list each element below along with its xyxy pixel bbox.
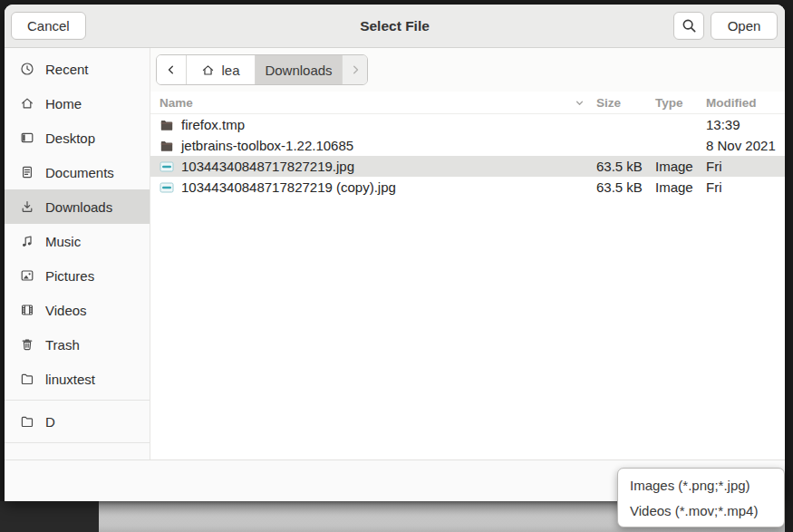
file-name: 10344340848717827219 (copy).jpg — [181, 179, 396, 195]
sidebar-item-label: Other Locations — [45, 457, 141, 460]
file-name: 10344340848717827219.jpg — [181, 159, 354, 174]
home-icon — [20, 96, 34, 111]
file-size: 63.5 kB — [596, 159, 655, 174]
filter-option-videos[interactable]: Videos (*.mov;*.mp4) — [618, 498, 784, 523]
file-row[interactable]: jetbrains-toolbox-1.22.10685 8 Nov 2021 — [150, 135, 785, 156]
file-chooser-dialog: Cancel Select File Open Recent — [5, 5, 785, 501]
sort-chevron-down-icon — [574, 97, 585, 109]
sidebar-item-label: Documents — [45, 165, 114, 180]
path-back-button[interactable] — [157, 55, 187, 84]
home-icon — [201, 63, 215, 77]
file-size: 63.5 kB — [596, 179, 655, 195]
filter-option-images[interactable]: Images (*.png;*.jpg) — [618, 472, 784, 498]
sidebar-item-music[interactable]: Music — [5, 224, 150, 258]
dialog-title: Select File — [5, 18, 785, 34]
pathbar-toolbar: lea Downloads — [150, 48, 785, 92]
sidebar-item-d-bookmark[interactable]: D — [5, 404, 150, 439]
sidebar-item-trash[interactable]: Trash — [5, 327, 150, 362]
file-row-selected[interactable]: 10344340848717827219.jpg 63.5 kB Image F… — [150, 156, 785, 177]
open-button[interactable]: Open — [711, 12, 778, 40]
chevron-right-icon — [348, 63, 363, 77]
document-icon — [20, 165, 34, 179]
chevron-left-icon — [164, 63, 179, 77]
folder-icon — [160, 118, 174, 132]
download-arrow-icon — [20, 199, 34, 214]
path-current-button[interactable]: Downloads — [256, 55, 343, 84]
sidebar-item-desktop[interactable]: Desktop — [5, 121, 150, 155]
file-row[interactable]: 10344340848717827219 (copy).jpg 63.5 kB … — [150, 177, 785, 198]
column-header-type[interactable]: Type — [655, 96, 706, 110]
background-window-dark — [0, 501, 99, 532]
file-name: jetbrains-toolbox-1.22.10685 — [181, 138, 353, 153]
folder-icon — [160, 139, 174, 153]
file-filter-popup: Images (*.png;*.jpg) Videos (*.mov;*.mp4… — [617, 468, 785, 527]
dialog-body: Recent Home Desktop — [5, 48, 785, 459]
file-type: Image — [655, 179, 706, 195]
sidebar-item-downloads[interactable]: Downloads — [5, 189, 150, 224]
path-forward-button[interactable] — [343, 55, 367, 84]
sidebar-item-label: linuxtest — [45, 372, 95, 387]
image-file-icon — [160, 180, 174, 195]
sidebar-item-label: Trash — [45, 337, 80, 353]
search-button[interactable] — [673, 12, 704, 40]
sidebar-item-videos[interactable]: Videos — [5, 293, 150, 327]
sidebar-item-home[interactable]: Home — [5, 86, 150, 121]
file-modified: Fri — [706, 179, 785, 195]
folder-icon — [20, 414, 34, 429]
film-icon — [20, 303, 34, 317]
places-sidebar: Recent Home Desktop — [5, 48, 150, 459]
trash-icon — [20, 337, 34, 352]
sidebar-item-label: Downloads — [45, 199, 112, 215]
sidebar-item-label: Desktop — [45, 131, 95, 146]
sidebar-item-pictures[interactable]: Pictures — [5, 258, 150, 293]
path-home-label: lea — [221, 63, 239, 78]
sidebar-item-label: D — [45, 414, 55, 430]
file-browser-pane: lea Downloads Name — [150, 48, 785, 459]
sidebar-item-other-locations[interactable]: Other Locations — [5, 447, 150, 459]
file-modified: 8 Nov 2021 — [706, 138, 785, 153]
file-row[interactable]: firefox.tmp 13:39 — [150, 114, 785, 135]
path-home-button[interactable]: lea — [187, 55, 256, 84]
sidebar-item-recent[interactable]: Recent — [5, 52, 150, 86]
desktop-icon — [20, 131, 34, 145]
list-column-headers: Name Size Type Modified — [150, 92, 785, 114]
sidebar-separator — [5, 442, 150, 443]
column-header-name[interactable]: Name — [150, 96, 596, 110]
sidebar-item-documents[interactable]: Documents — [5, 155, 150, 189]
sidebar-item-label: Home — [45, 96, 82, 111]
sidebar-item-label: Music — [45, 234, 81, 249]
file-type: Image — [655, 159, 706, 174]
cancel-button[interactable]: Cancel — [11, 12, 86, 40]
picture-icon — [20, 268, 34, 283]
other-locations-icon — [20, 457, 34, 459]
file-modified: Fri — [706, 159, 785, 174]
file-modified: 13:39 — [706, 117, 785, 132]
file-name: firefox.tmp — [181, 117, 245, 132]
search-icon — [682, 18, 697, 34]
pathbar: lea Downloads — [156, 54, 368, 85]
image-file-icon — [160, 160, 174, 174]
sidebar-separator — [5, 400, 150, 401]
sidebar-item-label: Pictures — [45, 268, 94, 284]
headerbar: Cancel Select File Open — [5, 5, 785, 48]
file-list: firefox.tmp 13:39 jetbrai — [150, 114, 785, 459]
sidebar-item-label: Recent — [45, 62, 89, 77]
column-header-modified[interactable]: Modified — [706, 96, 785, 110]
folder-icon — [20, 372, 34, 386]
music-note-icon — [20, 234, 34, 248]
sidebar-item-label: Videos — [45, 303, 87, 318]
recent-clock-icon — [20, 62, 34, 76]
column-header-size[interactable]: Size — [596, 96, 655, 110]
sidebar-item-linuxtest[interactable]: linuxtest — [5, 362, 150, 396]
